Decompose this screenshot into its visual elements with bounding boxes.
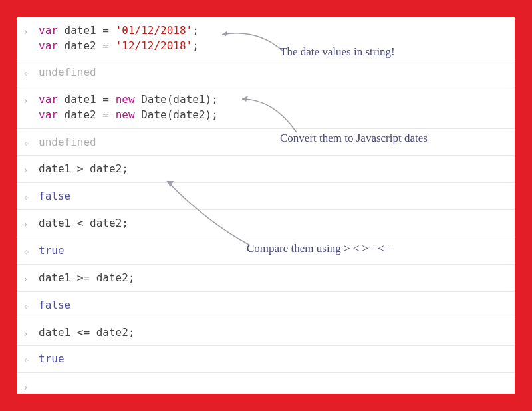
- output-value: false: [39, 297, 508, 313]
- console-output-row: false: [17, 183, 515, 210]
- output-value: undefined: [39, 65, 508, 80]
- input-prompt-icon: [24, 325, 39, 341]
- input-prompt-icon: [24, 161, 39, 177]
- output-value: true: [39, 243, 508, 258]
- output-value: true: [39, 351, 508, 366]
- console-input-row[interactable]: date1 <= date2;: [17, 319, 515, 346]
- outer-frame: var date1 = '01/12/2018'; var date2 = '1…: [0, 0, 532, 411]
- code-line: date1 < date2;: [39, 215, 508, 231]
- console-output-row: false: [17, 292, 515, 319]
- console-input-row[interactable]: var date1 = '01/12/2018'; var date2 = '1…: [17, 17, 515, 59]
- console-input-row[interactable]: var date1 = new Date(date1); var date2 =…: [17, 86, 515, 128]
- console-output-row: true: [17, 346, 515, 373]
- output-value: false: [39, 188, 508, 204]
- console-output-row: true: [17, 237, 515, 265]
- input-prompt-icon: [24, 215, 39, 231]
- console-input-row[interactable]: date1 >= date2;: [17, 265, 515, 292]
- console-output-row: undefined: [17, 59, 515, 86]
- console-input-row[interactable]: [17, 373, 515, 394]
- input-prompt-icon: [24, 92, 39, 108]
- code-line: date1 <= date2;: [39, 325, 508, 340]
- output-indicator-icon: [24, 65, 39, 80]
- output-indicator-icon: [24, 297, 39, 313]
- code-line: date1 > date2;: [39, 161, 508, 176]
- output-indicator-icon: [24, 351, 39, 367]
- output-indicator-icon: [24, 188, 39, 204]
- code-line: var date1 = new Date(date1); var date2 =…: [39, 92, 508, 122]
- console-output-row: undefined: [17, 129, 515, 156]
- code-line: var date1 = '01/12/2018'; var date2 = '1…: [39, 23, 508, 53]
- output-value: undefined: [39, 134, 508, 150]
- output-indicator-icon: [24, 243, 39, 259]
- devtools-console[interactable]: var date1 = '01/12/2018'; var date2 = '1…: [17, 17, 515, 394]
- console-input-row[interactable]: date1 < date2;: [17, 210, 515, 237]
- input-prompt-icon: [24, 378, 39, 394]
- console-input-row[interactable]: date1 > date2;: [17, 156, 515, 183]
- input-prompt-icon: [24, 23, 39, 39]
- input-prompt-icon: [24, 270, 39, 286]
- output-indicator-icon: [24, 134, 39, 150]
- code-line: date1 >= date2;: [39, 270, 508, 285]
